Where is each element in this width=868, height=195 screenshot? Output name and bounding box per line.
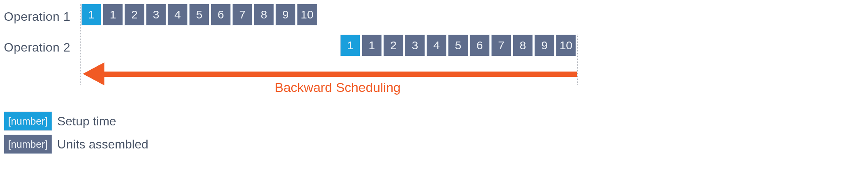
setup-cell: 1 — [340, 35, 360, 56]
unit-cell: 10 — [556, 35, 576, 56]
unit-cell: 4 — [168, 4, 188, 25]
operation-label: Operation 2 — [4, 40, 79, 55]
guide-right — [577, 35, 578, 85]
blocks-row-2: 112345678910 — [340, 35, 576, 60]
unit-cell: 6 — [211, 4, 231, 25]
unit-cell: 9 — [275, 4, 295, 25]
legend-text-units: Units assembled — [57, 137, 149, 152]
blocks-row-1: 112345678910 — [81, 4, 317, 29]
unit-cell: 1 — [103, 4, 123, 25]
unit-cell: 5 — [189, 4, 209, 25]
operation-row: Operation 1 112345678910 — [4, 4, 864, 29]
guide-left — [81, 4, 81, 85]
unit-cell: 1 — [362, 35, 382, 56]
unit-cell: 9 — [534, 35, 554, 56]
timeline-row-2: 112345678910 — [79, 35, 864, 60]
unit-cell: 4 — [426, 35, 447, 56]
legend: [number] Setup time [number] Units assem… — [4, 112, 864, 154]
arrow-line — [104, 72, 577, 77]
legend-box-units: [number] — [4, 135, 52, 154]
unit-cell: 7 — [232, 4, 252, 25]
unit-cell: 6 — [470, 35, 490, 56]
unit-cell: 8 — [513, 35, 533, 56]
timeline-row-1: 112345678910 — [79, 4, 864, 29]
unit-cell: 3 — [405, 35, 425, 56]
operation-label: Operation 1 — [4, 10, 79, 24]
unit-cell: 2 — [124, 4, 144, 25]
legend-row-setup: [number] Setup time — [4, 112, 864, 131]
setup-cell: 1 — [81, 4, 101, 25]
unit-cell: 10 — [297, 4, 317, 25]
arrow-area: Backward Scheduling — [79, 65, 864, 96]
arrow-head-icon — [83, 62, 104, 85]
unit-cell: 3 — [146, 4, 166, 25]
legend-text-setup: Setup time — [57, 114, 116, 128]
unit-cell: 5 — [448, 35, 468, 56]
unit-cell: 2 — [383, 35, 403, 56]
arrow-label: Backward Scheduling — [275, 80, 401, 95]
unit-cell: 7 — [491, 35, 511, 56]
arrow-row: Backward Scheduling — [4, 65, 864, 96]
legend-box-setup: [number] — [4, 112, 52, 131]
operation-row: Operation 2 112345678910 — [4, 35, 864, 60]
unit-cell: 8 — [254, 4, 274, 25]
legend-row-units: [number] Units assembled — [4, 135, 864, 154]
